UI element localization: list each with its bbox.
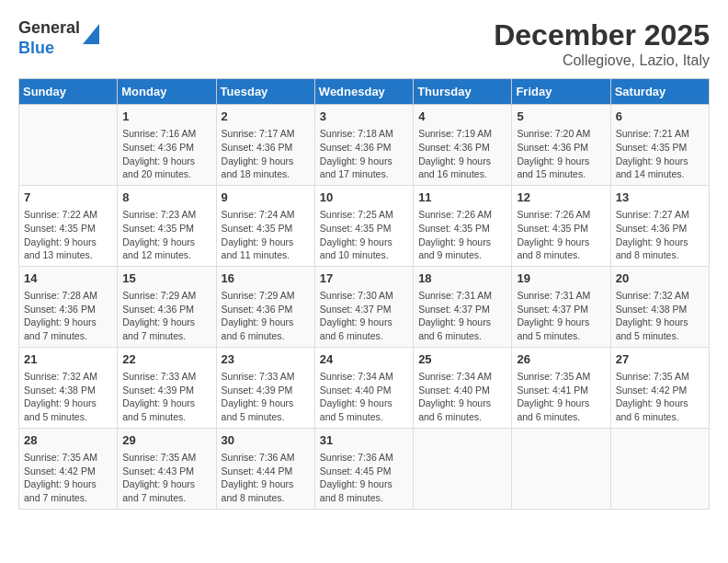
- day-number: 11: [418, 190, 506, 206]
- day-number: 20: [616, 270, 704, 287]
- day-number: 23: [222, 351, 310, 368]
- cell-info: Sunrise: 7:18 AMSunset: 4:36 PMDaylight:…: [320, 127, 408, 181]
- calendar-cell: 13Sunrise: 7:27 AMSunset: 4:36 PMDayligh…: [610, 185, 709, 266]
- day-number: 1: [122, 109, 210, 125]
- calendar-cell: 29Sunrise: 7:35 AMSunset: 4:43 PMDayligh…: [118, 428, 216, 509]
- calendar-cell: 25Sunrise: 7:34 AMSunset: 4:40 PMDayligh…: [414, 347, 512, 428]
- calendar-cell: 6Sunrise: 7:21 AMSunset: 4:35 PMDaylight…: [610, 105, 709, 186]
- day-number: 29: [122, 432, 210, 449]
- calendar-cell: 4Sunrise: 7:19 AMSunset: 4:36 PMDaylight…: [414, 105, 512, 186]
- calendar-cell: 31Sunrise: 7:36 AMSunset: 4:45 PMDayligh…: [314, 428, 413, 509]
- header-thursday: Thursday: [414, 79, 512, 105]
- day-number: 17: [320, 270, 408, 287]
- calendar-cell: 20Sunrise: 7:32 AMSunset: 4:38 PMDayligh…: [610, 266, 709, 347]
- header-friday: Friday: [512, 79, 610, 105]
- calendar-week-row: 7Sunrise: 7:22 AMSunset: 4:35 PMDaylight…: [19, 185, 710, 266]
- calendar-cell: 22Sunrise: 7:33 AMSunset: 4:39 PMDayligh…: [118, 347, 216, 428]
- calendar-cell: 15Sunrise: 7:29 AMSunset: 4:36 PMDayligh…: [118, 266, 216, 347]
- day-number: 19: [517, 270, 605, 287]
- header-sunday: Sunday: [19, 79, 118, 105]
- calendar-cell: 8Sunrise: 7:23 AMSunset: 4:35 PMDaylight…: [118, 185, 216, 266]
- day-number: 24: [320, 351, 408, 368]
- calendar-cell: 23Sunrise: 7:33 AMSunset: 4:39 PMDayligh…: [216, 347, 314, 428]
- cell-info: Sunrise: 7:35 AMSunset: 4:43 PMDaylight:…: [122, 451, 210, 505]
- calendar-week-row: 28Sunrise: 7:35 AMSunset: 4:42 PMDayligh…: [19, 428, 710, 509]
- calendar-cell: 3Sunrise: 7:18 AMSunset: 4:36 PMDaylight…: [314, 105, 413, 186]
- day-number: 16: [222, 270, 310, 287]
- calendar-cell: 5Sunrise: 7:20 AMSunset: 4:36 PMDaylight…: [512, 105, 610, 186]
- day-number: 8: [122, 190, 210, 206]
- logo-line2: Blue: [18, 39, 80, 59]
- day-number: 31: [320, 432, 408, 449]
- cell-info: Sunrise: 7:30 AMSunset: 4:37 PMDaylight:…: [320, 289, 408, 343]
- day-number: 3: [320, 109, 408, 125]
- cell-info: Sunrise: 7:32 AMSunset: 4:38 PMDaylight:…: [616, 289, 704, 343]
- day-number: 12: [517, 190, 605, 206]
- day-number: 22: [122, 351, 210, 368]
- calendar-cell: 30Sunrise: 7:36 AMSunset: 4:44 PMDayligh…: [216, 428, 314, 509]
- svg-marker-0: [83, 24, 99, 44]
- day-number: 14: [24, 270, 112, 287]
- page-title: December 2025: [494, 18, 710, 52]
- day-number: 28: [24, 432, 112, 449]
- calendar-cell: [512, 428, 610, 509]
- day-number: 27: [616, 351, 704, 368]
- cell-info: Sunrise: 7:33 AMSunset: 4:39 PMDaylight:…: [122, 370, 210, 424]
- cell-info: Sunrise: 7:29 AMSunset: 4:36 PMDaylight:…: [222, 289, 310, 343]
- cell-info: Sunrise: 7:27 AMSunset: 4:36 PMDaylight:…: [616, 208, 704, 262]
- logo: General Blue: [18, 18, 99, 58]
- day-number: 10: [320, 190, 408, 206]
- calendar-cell: 17Sunrise: 7:30 AMSunset: 4:37 PMDayligh…: [314, 266, 413, 347]
- logo-line1: General: [18, 18, 80, 39]
- cell-info: Sunrise: 7:25 AMSunset: 4:35 PMDaylight:…: [320, 208, 408, 262]
- cell-info: Sunrise: 7:31 AMSunset: 4:37 PMDaylight:…: [418, 289, 506, 343]
- cell-info: Sunrise: 7:36 AMSunset: 4:44 PMDaylight:…: [222, 451, 310, 505]
- calendar-cell: 16Sunrise: 7:29 AMSunset: 4:36 PMDayligh…: [216, 266, 314, 347]
- calendar-cell: 27Sunrise: 7:35 AMSunset: 4:42 PMDayligh…: [610, 347, 709, 428]
- cell-info: Sunrise: 7:21 AMSunset: 4:35 PMDaylight:…: [616, 127, 704, 181]
- title-block: December 2025 Collegiove, Lazio, Italy: [494, 18, 710, 69]
- header-saturday: Saturday: [610, 79, 709, 105]
- day-number: 6: [616, 109, 704, 125]
- cell-info: Sunrise: 7:24 AMSunset: 4:35 PMDaylight:…: [222, 208, 310, 262]
- cell-info: Sunrise: 7:17 AMSunset: 4:36 PMDaylight:…: [222, 127, 310, 181]
- cell-info: Sunrise: 7:28 AMSunset: 4:36 PMDaylight:…: [24, 289, 112, 343]
- calendar-week-row: 14Sunrise: 7:28 AMSunset: 4:36 PMDayligh…: [19, 266, 710, 347]
- day-number: 30: [222, 432, 310, 449]
- calendar-cell: 28Sunrise: 7:35 AMSunset: 4:42 PMDayligh…: [19, 428, 118, 509]
- cell-info: Sunrise: 7:36 AMSunset: 4:45 PMDaylight:…: [320, 451, 408, 505]
- header-monday: Monday: [118, 79, 216, 105]
- day-number: 21: [24, 351, 112, 368]
- logo-icon: [83, 24, 99, 44]
- calendar-cell: 18Sunrise: 7:31 AMSunset: 4:37 PMDayligh…: [414, 266, 512, 347]
- calendar-cell: 24Sunrise: 7:34 AMSunset: 4:40 PMDayligh…: [314, 347, 413, 428]
- page-subtitle: Collegiove, Lazio, Italy: [494, 52, 710, 69]
- day-number: 5: [517, 109, 605, 125]
- calendar-cell: [414, 428, 512, 509]
- cell-info: Sunrise: 7:19 AMSunset: 4:36 PMDaylight:…: [418, 127, 506, 181]
- calendar-cell: 12Sunrise: 7:26 AMSunset: 4:35 PMDayligh…: [512, 185, 610, 266]
- day-number: 26: [517, 351, 605, 368]
- day-number: 4: [418, 109, 506, 125]
- cell-info: Sunrise: 7:23 AMSunset: 4:35 PMDaylight:…: [122, 208, 210, 262]
- calendar-week-row: 1Sunrise: 7:16 AMSunset: 4:36 PMDaylight…: [19, 105, 710, 186]
- calendar-cell: 26Sunrise: 7:35 AMSunset: 4:41 PMDayligh…: [512, 347, 610, 428]
- day-number: 25: [418, 351, 506, 368]
- page-header: General Blue December 2025 Collegiove, L…: [18, 18, 710, 69]
- cell-info: Sunrise: 7:35 AMSunset: 4:42 PMDaylight:…: [24, 451, 112, 505]
- cell-info: Sunrise: 7:32 AMSunset: 4:38 PMDaylight:…: [24, 370, 112, 424]
- calendar-cell: [19, 105, 118, 186]
- cell-info: Sunrise: 7:35 AMSunset: 4:42 PMDaylight:…: [616, 370, 704, 424]
- cell-info: Sunrise: 7:29 AMSunset: 4:36 PMDaylight:…: [122, 289, 210, 343]
- day-number: 2: [222, 109, 310, 125]
- calendar-cell: 2Sunrise: 7:17 AMSunset: 4:36 PMDaylight…: [216, 105, 314, 186]
- cell-info: Sunrise: 7:26 AMSunset: 4:35 PMDaylight:…: [418, 208, 506, 262]
- day-number: 15: [122, 270, 210, 287]
- cell-info: Sunrise: 7:20 AMSunset: 4:36 PMDaylight:…: [517, 127, 605, 181]
- calendar-cell: [610, 428, 709, 509]
- calendar-cell: 9Sunrise: 7:24 AMSunset: 4:35 PMDaylight…: [216, 185, 314, 266]
- calendar-week-row: 21Sunrise: 7:32 AMSunset: 4:38 PMDayligh…: [19, 347, 710, 428]
- calendar-cell: 10Sunrise: 7:25 AMSunset: 4:35 PMDayligh…: [314, 185, 413, 266]
- cell-info: Sunrise: 7:33 AMSunset: 4:39 PMDaylight:…: [222, 370, 310, 424]
- calendar-cell: 21Sunrise: 7:32 AMSunset: 4:38 PMDayligh…: [19, 347, 118, 428]
